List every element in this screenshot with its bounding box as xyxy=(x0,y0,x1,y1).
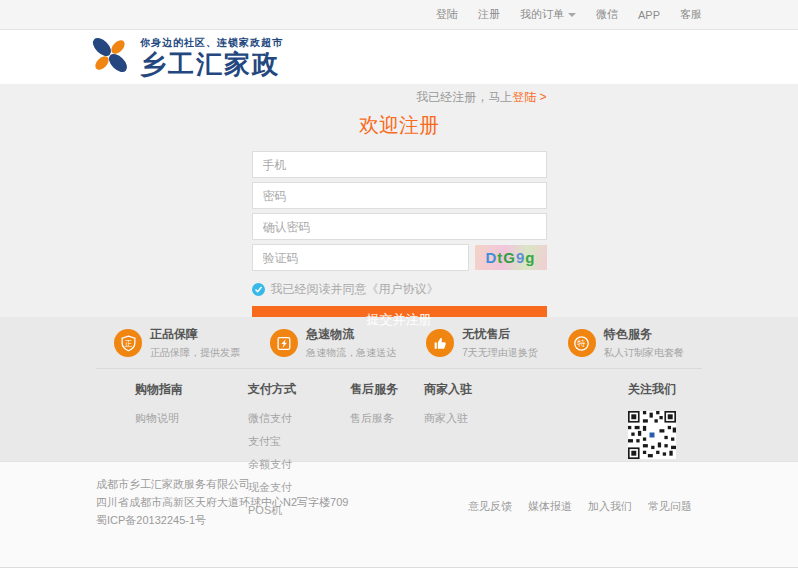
feature-title: 特色服务 xyxy=(604,326,684,343)
footer-link-faq[interactable]: 常见问题 xyxy=(648,499,692,514)
captcha-char: 9 xyxy=(516,249,525,266)
svg-text:正: 正 xyxy=(124,339,132,348)
topbar-link-login[interactable]: 登陆 xyxy=(436,7,458,22)
svg-text:特: 特 xyxy=(577,339,586,348)
agree-checkbox[interactable] xyxy=(252,283,265,296)
special-service-icon: 特 xyxy=(568,329,596,357)
footnav-col-shopping-guide: 购物指南 购物说明 xyxy=(135,381,183,434)
pinwheel-logo-icon xyxy=(88,33,132,81)
phone-input[interactable] xyxy=(252,151,547,178)
feature-desc: 7天无理由退换货 xyxy=(462,346,538,360)
wechat-qr-code xyxy=(628,411,676,463)
footer-link-feedback[interactable]: 意见反馈 xyxy=(468,499,512,514)
already-registered-row: 我已经注册，马上登陆 > xyxy=(252,84,547,108)
genuine-shield-icon: 正 xyxy=(114,329,142,357)
footer-link-media[interactable]: 媒体报道 xyxy=(528,499,572,514)
page-title: 欢迎注册 xyxy=(252,112,547,139)
feature-delivery: 急速物流 急速物流，急速送达 xyxy=(270,326,396,360)
footnav-link[interactable]: 微信支付 xyxy=(248,411,296,426)
feature-aftersale: 无忧售后 7天无理由退换货 xyxy=(426,326,538,360)
top-utility-bar: 登陆 注册 我的订单 微信 APP 客服 xyxy=(0,0,798,30)
footnav-link[interactable]: 余额支付 xyxy=(248,457,296,472)
brand-tagline: 你身边的社区、连锁家政超市 xyxy=(140,36,283,50)
feature-title: 急速物流 xyxy=(306,326,396,343)
footnav-title: 售后服务 xyxy=(350,381,398,398)
password-input[interactable] xyxy=(252,182,547,209)
fast-delivery-icon xyxy=(270,329,298,357)
feature-special: 特 特色服务 私人订制家电套餐 xyxy=(568,326,684,360)
topbar-link-my-orders[interactable]: 我的订单 xyxy=(520,7,576,22)
footer-info-section: 成都市乡工汇家政服务有限公司 四川省成都市高新区天府大道环球中心N2写字楼709… xyxy=(0,461,798,567)
footnav-title: 关注我们 xyxy=(628,381,676,398)
footer-links: 意见反馈 媒体报道 加入我们 常见问题 xyxy=(468,499,692,514)
captcha-image[interactable]: D t G 9 g xyxy=(475,245,547,270)
footnav-link[interactable]: 支付宝 xyxy=(248,434,296,449)
topbar-link-app[interactable]: APP xyxy=(638,9,660,21)
brand-logo[interactable]: 你身边的社区、连锁家政超市 乡工汇家政 xyxy=(88,33,283,81)
thumbs-up-icon xyxy=(426,329,454,357)
feature-desc: 急速物流，急速送达 xyxy=(306,346,396,360)
feature-genuine: 正 正品保障 正品保障，提供发票 xyxy=(114,326,240,360)
footnav-col-merchant: 商家入驻 商家入驻 xyxy=(424,381,472,434)
feature-desc: 正品保障，提供发票 xyxy=(150,346,240,360)
features-section: 正 正品保障 正品保障，提供发票 急速物流 急速物流，急速送达 无忧售后 7天无… xyxy=(0,317,798,461)
captcha-input[interactable] xyxy=(252,244,469,271)
section-divider xyxy=(96,368,702,369)
footnav-title: 支付方式 xyxy=(248,381,296,398)
topbar-link-wechat[interactable]: 微信 xyxy=(596,7,618,22)
login-link[interactable]: 登陆 xyxy=(512,90,536,104)
chevron-down-icon xyxy=(568,13,576,17)
brand-name: 乡工汇家政 xyxy=(140,50,283,79)
footnav-link[interactable]: 购物说明 xyxy=(135,411,183,426)
confirm-password-input[interactable] xyxy=(252,213,547,240)
bottom-strip xyxy=(0,567,798,574)
feature-desc: 私人订制家电套餐 xyxy=(604,346,684,360)
captcha-char: D xyxy=(485,249,497,266)
feature-title: 正品保障 xyxy=(150,326,240,343)
footnav-title: 商家入驻 xyxy=(424,381,472,398)
register-section: 我已经注册，马上登陆 > 欢迎注册 D t G 9 g 我已经阅读并同意《用户协… xyxy=(0,84,798,317)
already-registered-text: 我已经注册，马上 xyxy=(416,90,512,104)
feature-title: 无忧售后 xyxy=(462,326,538,343)
footnav-col-follow-us: 关注我们 xyxy=(628,381,676,463)
topbar-link-service[interactable]: 客服 xyxy=(680,7,702,22)
agree-text[interactable]: 我已经阅读并同意《用户协议》 xyxy=(271,281,439,298)
footnav-title: 购物指南 xyxy=(135,381,183,398)
captcha-char: g xyxy=(525,249,535,266)
footnav-col-aftersale: 售后服务 售后服务 xyxy=(350,381,398,434)
header: 你身边的社区、连锁家政超市 乡工汇家政 xyxy=(0,30,798,84)
check-icon xyxy=(254,285,263,294)
captcha-char: G xyxy=(503,249,516,266)
topbar-link-register[interactable]: 注册 xyxy=(478,7,500,22)
footer-link-join-us[interactable]: 加入我们 xyxy=(588,499,632,514)
footnav-link[interactable]: 售后服务 xyxy=(350,411,398,426)
footnav-link[interactable]: 商家入驻 xyxy=(424,411,472,426)
login-arrow: > xyxy=(539,90,546,104)
company-name: 成都市乡工汇家政服务有限公司 xyxy=(96,475,702,493)
footer-nav: 购物指南 购物说明 支付方式 微信支付 支付宝 余额支付 现金支付 POS机 售… xyxy=(96,381,702,473)
